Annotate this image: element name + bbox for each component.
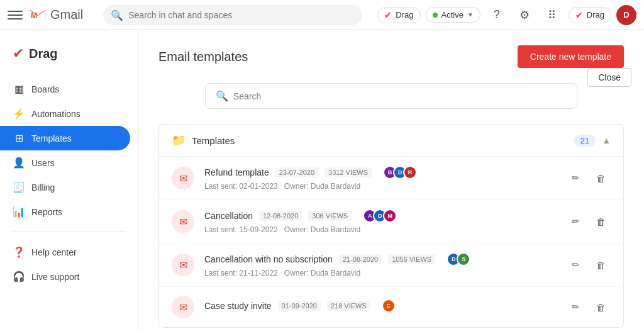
template-date-2: 21-08-2020 (339, 254, 382, 264)
drag-logo-icon: ✔ (13, 45, 24, 62)
avatar-2-1: S (457, 252, 470, 266)
gmail-label: Gmail (50, 8, 83, 22)
template-avatars-1: A D M (363, 209, 397, 223)
search-input[interactable] (233, 91, 567, 101)
users-icon: 👤 (13, 157, 25, 169)
template-actions-1: ✏ 🗑 (565, 211, 611, 232)
template-info-3: Case study invite 01-09-2020 218 VIEWS C (204, 299, 555, 315)
user-avatar[interactable]: D (616, 5, 636, 25)
edit-button-2[interactable]: ✏ (565, 255, 586, 275)
active-label: Active (441, 10, 464, 20)
help-center-icon: ❓ (13, 246, 25, 258)
template-info-2: Cancellation with no subscription 21-08-… (204, 252, 555, 278)
template-name-row-3: Case study invite 01-09-2020 218 VIEWS C (204, 299, 555, 313)
email-icon-3: ✉ (172, 296, 194, 318)
template-date-1: 12-08-2020 (259, 211, 302, 221)
edit-button-3[interactable]: ✏ (565, 297, 586, 317)
templates-section: 📁 Templates 21 ▲ ✉ Refund template 23-07… (158, 124, 624, 328)
template-meta-2: Last sent: 21-11-2022 Owner: Duda Bardav… (204, 269, 555, 278)
sidebar-item-live-support[interactable]: 🎧 Live support (0, 264, 130, 289)
gmail-search-input[interactable] (103, 5, 362, 25)
delete-button-1[interactable]: 🗑 (591, 211, 611, 232)
sidebar-item-templates[interactable]: ⊞ Templates (0, 126, 130, 150)
content-header: Email templates Create new template (158, 45, 624, 68)
main-layout: ✔ Drag ▦ Boards ⚡ Automations ⊞ Template… (0, 30, 644, 331)
template-date-3: 01-09-2020 (278, 301, 321, 311)
template-avatars-3: C (382, 299, 396, 313)
close-button[interactable]: Close (587, 68, 631, 87)
template-avatars-2: D S (447, 252, 470, 266)
reports-label: Reports (31, 207, 62, 217)
template-meta-0: Last sent: 02-01-2023 Owner: Duda Bardav… (204, 182, 555, 191)
create-template-button[interactable]: Create new template (518, 45, 624, 68)
gmail-search-icon: 🔍 (111, 9, 123, 21)
template-info-1: Cancellation 12-08-2020 306 VIEWS A D M … (204, 209, 555, 234)
template-row-3: ✉ Case study invite 01-09-2020 218 VIEWS… (159, 287, 623, 327)
sidebar-item-users[interactable]: 👤 Users (0, 150, 130, 175)
gmail-logo: M Gmail (28, 5, 83, 25)
edit-button-0[interactable]: ✏ (565, 168, 586, 188)
drag-badge-label: Drag (396, 10, 413, 20)
boards-label: Boards (31, 84, 59, 94)
templates-icon: ⊞ (13, 132, 25, 144)
template-name-2: Cancellation with no subscription (204, 254, 333, 264)
folder-icon: 📁 (172, 133, 186, 147)
hamburger-menu[interactable] (8, 8, 23, 23)
delete-button-0[interactable]: 🗑 (591, 168, 611, 188)
apps-icon[interactable]: ⠿ (541, 4, 564, 26)
automations-icon: ⚡ (13, 108, 25, 120)
chevron-up-icon[interactable]: ▲ (602, 135, 611, 145)
chevron-down-icon: ▼ (467, 11, 474, 18)
drag-right-badge[interactable]: ✔ Drag (569, 7, 611, 23)
help-center-label: Help center (31, 247, 77, 257)
drag-right-label: Drag (587, 10, 604, 20)
section-header: 📁 Templates 21 ▲ (159, 125, 623, 157)
active-dot-icon (433, 13, 438, 18)
live-support-icon: 🎧 (13, 271, 25, 283)
template-name-3: Case study invite (204, 301, 272, 311)
avatar-0-2: R (403, 166, 417, 179)
page-title: Email templates (158, 50, 248, 64)
email-icon-2: ✉ (172, 254, 194, 276)
template-row-2: ✉ Cancellation with no subscription 21-0… (159, 244, 623, 287)
templates-label: Templates (31, 133, 72, 143)
help-icon[interactable]: ? (486, 4, 508, 26)
count-badge: 21 (574, 135, 596, 147)
template-name-0: Refund template (204, 167, 269, 177)
gmail-search-area: 🔍 (103, 5, 362, 25)
users-label: Users (31, 158, 55, 168)
template-actions-3: ✏ 🗑 (565, 297, 611, 317)
search-box: 🔍 (205, 83, 577, 109)
delete-button-3[interactable]: 🗑 (591, 297, 611, 317)
section-header-left: 📁 Templates (172, 133, 235, 147)
avatar-3-0: C (382, 299, 396, 313)
template-actions-0: ✏ 🗑 (565, 168, 611, 188)
delete-button-2[interactable]: 🗑 (591, 255, 611, 275)
sidebar-item-billing[interactable]: 🧾 Billing (0, 175, 130, 199)
nav-divider (13, 232, 125, 232)
drag-logo-text: Drag (29, 47, 58, 61)
template-views-2: 1056 VIEWS (388, 254, 435, 264)
drag-check-icon: ✔ (384, 10, 392, 20)
settings-icon[interactable]: ⚙ (513, 4, 536, 26)
sidebar-item-boards[interactable]: ▦ Boards (0, 77, 130, 101)
template-date-0: 23-07-2020 (275, 167, 318, 177)
template-name-row-1: Cancellation 12-08-2020 306 VIEWS A D M (204, 209, 555, 223)
active-badge[interactable]: Active ▼ (426, 7, 480, 23)
automations-label: Automations (31, 109, 80, 119)
email-icon-1: ✉ (172, 210, 194, 233)
boards-icon: ▦ (13, 83, 25, 95)
sidebar-item-reports[interactable]: 📊 Reports (0, 199, 130, 224)
template-avatars-0: B D R (383, 166, 417, 179)
svg-text:M: M (31, 11, 37, 20)
drag-badge[interactable]: ✔ Drag (377, 7, 420, 23)
template-name-row-0: Refund template 23-07-2020 3312 VIEWS B … (204, 166, 555, 179)
template-row-0: ✉ Refund template 23-07-2020 3312 VIEWS … (159, 157, 623, 200)
sidebar-item-help-center[interactable]: ❓ Help center (0, 240, 130, 264)
section-header-right: 21 ▲ (574, 135, 611, 147)
sidebar-item-automations[interactable]: ⚡ Automations (0, 101, 130, 126)
billing-icon: 🧾 (13, 181, 25, 193)
edit-button-1[interactable]: ✏ (565, 211, 586, 232)
avatar-1-2: M (383, 209, 397, 223)
reports-icon: 📊 (13, 206, 25, 218)
